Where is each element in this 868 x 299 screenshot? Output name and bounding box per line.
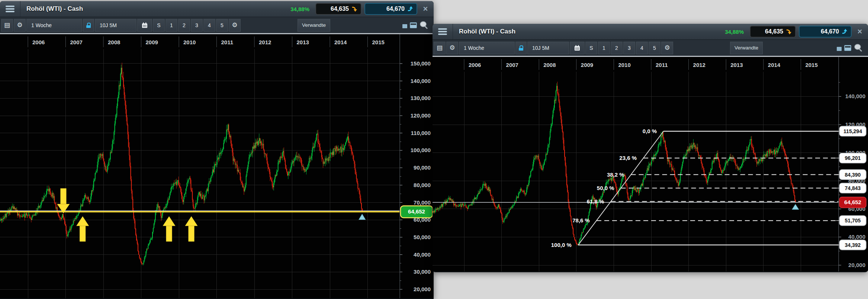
svg-text:20,000: 20,000 <box>848 262 865 268</box>
drawn-horizontal-line <box>0 211 400 212</box>
chart-settings-button[interactable]: ⚙ <box>14 19 26 32</box>
chart-settings-button[interactable]: ⚙ <box>446 42 458 54</box>
buy-button[interactable]: 64,670 <box>799 26 852 38</box>
svg-text:40,000: 40,000 <box>414 251 431 258</box>
svg-text:74,843: 74,843 <box>845 185 861 191</box>
change-percent: 34,88% <box>725 29 744 35</box>
svg-text:120,000: 120,000 <box>411 112 431 119</box>
window-icon[interactable] <box>410 22 417 28</box>
period-button[interactable]: 1 Woche <box>26 19 82 32</box>
lock-button[interactable] <box>515 42 527 54</box>
svg-text:100,0 %: 100,0 % <box>551 242 572 248</box>
lock-icon <box>519 45 523 51</box>
window-title: Rohöl (WTI) - Cash <box>459 28 515 35</box>
svg-text:64,652: 64,652 <box>408 208 425 215</box>
svg-text:2011: 2011 <box>656 62 668 68</box>
layout-settings-button[interactable]: ⚙ <box>229 19 241 32</box>
svg-text:2010: 2010 <box>618 62 630 68</box>
menu-button[interactable] <box>0 1 20 17</box>
lock-button[interactable] <box>83 19 94 32</box>
related-button[interactable]: Verwandte <box>730 42 763 54</box>
layout-2-button[interactable]: 2 <box>611 42 623 54</box>
curved-down-arrow-icon <box>351 6 357 12</box>
current-price-tag: 64,652 <box>839 197 866 208</box>
chart-window-left: Rohöl (WTI) - Cash 34,88% 64,635 64,670 … <box>0 1 434 299</box>
svg-text:64,652: 64,652 <box>844 199 861 205</box>
sell-button[interactable]: 64,635 <box>750 26 796 38</box>
layout-4-button[interactable]: 4 <box>203 19 215 32</box>
svg-text:100,000: 100,000 <box>411 147 431 153</box>
current-price-tag: 64,652 <box>401 206 433 218</box>
layout-3-button[interactable]: 3 <box>191 19 203 32</box>
magnifier-icon[interactable] <box>854 44 863 52</box>
layout-s-button[interactable]: S <box>153 19 165 32</box>
svg-text:84,390: 84,390 <box>845 172 861 178</box>
price-chart-left[interactable]: 2006200720082009201020112012201320142015… <box>0 34 434 298</box>
svg-text:140,000: 140,000 <box>845 93 865 99</box>
svg-text:2009: 2009 <box>581 62 593 68</box>
indicators-button[interactable]: ▤ <box>434 42 446 54</box>
minimize-icon[interactable] <box>402 24 407 28</box>
svg-text:20,000: 20,000 <box>414 286 431 292</box>
current-price-line <box>433 202 839 203</box>
svg-text:2007: 2007 <box>506 62 518 68</box>
layout-2-button[interactable]: 2 <box>178 19 190 32</box>
layout-settings-button[interactable]: ⚙ <box>661 42 673 54</box>
lock-icon <box>86 23 91 28</box>
svg-text:90,000: 90,000 <box>414 164 431 171</box>
sell-button[interactable]: 64,635 <box>315 3 361 15</box>
magnifier-icon[interactable] <box>419 21 428 30</box>
layout-3-button[interactable]: 3 <box>623 42 635 54</box>
buy-button[interactable]: 64,670 <box>364 3 417 15</box>
svg-text:2010: 2010 <box>183 39 196 45</box>
layout-1-button[interactable]: 1 <box>598 42 610 54</box>
svg-text:2008: 2008 <box>108 39 120 45</box>
hamburger-icon <box>6 6 15 7</box>
menu-button[interactable] <box>433 24 453 39</box>
toolbar-right-icons <box>402 21 431 30</box>
svg-text:30,000: 30,000 <box>414 269 431 275</box>
hamburger-icon <box>438 28 447 30</box>
layout-5-button[interactable]: 5 <box>216 19 228 32</box>
window-icon[interactable] <box>844 45 851 51</box>
svg-text:34,392: 34,392 <box>845 242 861 248</box>
window-title: Rohöl (WTI) - Cash <box>26 5 83 13</box>
layout-s-button[interactable]: S <box>585 42 597 54</box>
price-chart-right[interactable]: 2006200720082009201020112012201320142015… <box>433 57 868 271</box>
price-axis: 140,000120,000100,00080,00060,00040,0002… <box>839 57 868 271</box>
svg-text:2011: 2011 <box>221 39 234 45</box>
svg-text:50,0 %: 50,0 % <box>597 185 614 191</box>
layout-5-button[interactable]: 5 <box>649 42 660 54</box>
range-button[interactable]: 10J 5M <box>95 19 136 32</box>
svg-text:0,0 %: 0,0 % <box>643 128 657 134</box>
curved-up-arrow-icon <box>407 6 413 12</box>
svg-text:2014: 2014 <box>768 62 781 68</box>
related-button[interactable]: Verwandte <box>298 19 330 32</box>
svg-text:2015: 2015 <box>372 39 385 45</box>
down-arrow <box>60 188 66 204</box>
current-price-line <box>0 210 400 211</box>
calendar-button[interactable] <box>570 42 585 54</box>
change-percent: 34,88% <box>290 6 309 12</box>
svg-text:2012: 2012 <box>693 62 705 68</box>
minimize-icon[interactable] <box>837 47 842 51</box>
svg-text:140,000: 140,000 <box>411 78 431 84</box>
calendar-button[interactable] <box>137 19 152 32</box>
titlebar-right: Rohöl (WTI) - Cash 34,88% 64,635 64,670 … <box>433 24 868 40</box>
close-button[interactable]: × <box>417 4 434 14</box>
svg-text:2006: 2006 <box>469 62 481 68</box>
range-button[interactable]: 10J 5M <box>527 42 569 54</box>
close-button[interactable]: × <box>852 27 868 36</box>
curved-up-arrow-icon <box>842 29 847 35</box>
toolbar-left: ▤ ⚙ 1 Woche 10J 5M S 1 2 3 4 5 ⚙ Ve <box>0 17 434 34</box>
svg-text:115,294: 115,294 <box>843 128 862 134</box>
period-button[interactable]: 1 Woche <box>459 42 515 54</box>
svg-text:78,6 %: 78,6 % <box>572 217 590 224</box>
sell-price: 64,635 <box>331 6 349 12</box>
svg-text:61,8 %: 61,8 % <box>587 198 604 205</box>
layout-4-button[interactable]: 4 <box>636 42 648 54</box>
indicators-button[interactable]: ▤ <box>1 19 13 32</box>
layout-1-button[interactable]: 1 <box>165 19 177 32</box>
svg-text:38,2 %: 38,2 % <box>607 171 624 178</box>
titlebar-left: Rohöl (WTI) - Cash 34,88% 64,635 64,670 … <box>0 1 434 17</box>
